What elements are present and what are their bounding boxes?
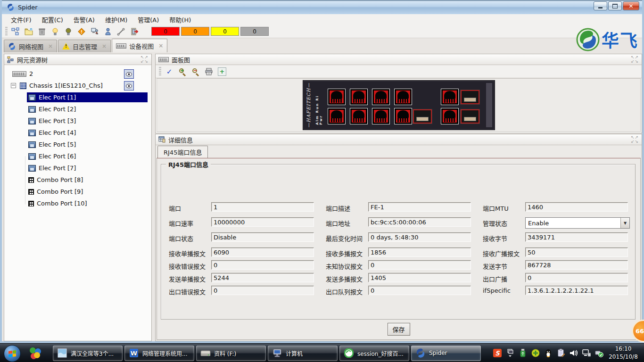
panel-resize-icon[interactable]: ↖↗↙↘ [631, 55, 639, 64]
alarm-cleared-count[interactable]: 0 [240, 27, 269, 36]
port-rj45-icon[interactable] [372, 108, 389, 124]
unknown-proto-field[interactable] [368, 260, 471, 270]
tree-node-port-6[interactable]: Elec Port [6] [4, 150, 151, 162]
eye-button[interactable] [124, 81, 134, 90]
volume-icon[interactable] [570, 349, 578, 357]
start-button[interactable] [4, 345, 21, 362]
port-desc-field[interactable] [368, 202, 471, 212]
tree-node-port-7[interactable]: Elec Port [7] [4, 162, 151, 174]
tree-node-port-3[interactable]: Elec Port [3] [4, 115, 151, 127]
tree-node-port-5[interactable]: Elec Port [5] [4, 139, 151, 150]
taskbar-button-drive-f[interactable]: 资料 (F:) [196, 346, 266, 361]
alarm-critical-count[interactable]: 0 [151, 27, 180, 36]
port-status-field[interactable] [211, 232, 314, 242]
menu-alarm[interactable]: 告警(A) [68, 14, 100, 25]
360-launcher-icon[interactable] [29, 347, 41, 359]
panel-resize-icon[interactable]: ↖↗↙↘ [140, 55, 149, 64]
maximize-button[interactable] [608, 1, 622, 10]
tab-rj45-info[interactable]: RJ45端口信息 [157, 146, 208, 158]
close-button[interactable]: ✕ [623, 1, 639, 10]
last-change-field[interactable] [368, 232, 471, 242]
tree-node-port-2[interactable]: Elec Port [2] [4, 103, 151, 115]
qq-icon[interactable] [544, 349, 553, 357]
alarm-diamond-icon[interactable]: ! [75, 26, 88, 37]
tab-device-view[interactable]: 设备视图 × [112, 39, 167, 52]
eye-button[interactable] [124, 69, 134, 79]
tree-node-port-9[interactable]: Combo Port [9] [4, 186, 151, 197]
taskbar-button-photos[interactable]: 满汉全席等3个... [53, 346, 123, 361]
menu-maintain[interactable]: 维护(M) [100, 14, 132, 25]
menu-config[interactable]: 配置(C) [37, 14, 68, 25]
admin-status-select[interactable]: Enable ▼ [525, 217, 630, 229]
zoom-out-icon[interactable]: − [190, 66, 202, 77]
menu-help[interactable]: 帮助(H) [164, 14, 196, 25]
out-queue-field[interactable] [368, 286, 471, 295]
tab-network-view[interactable]: 网络视图 × [4, 40, 57, 52]
port-rj45-icon[interactable] [328, 108, 345, 124]
taskbar-clock[interactable]: 16:10 2015/10/8 [605, 345, 641, 361]
taskbar-button-browser[interactable]: session_好搜百... [339, 346, 409, 361]
tree-node-port-4[interactable]: Elec Port [4] [4, 127, 151, 139]
topology-icon[interactable] [9, 26, 22, 37]
port-rj45-icon[interactable] [395, 89, 412, 105]
port-rj45-icon[interactable] [350, 108, 367, 124]
tx-bytes-field[interactable] [525, 260, 628, 270]
exit-icon[interactable] [128, 26, 140, 37]
save-button[interactable]: 保存 [388, 323, 410, 336]
port-sfp-icon[interactable] [461, 90, 479, 104]
port-sfp-icon[interactable] [413, 109, 432, 123]
port-mtu-field[interactable] [525, 202, 628, 212]
ime-toolbar-icon[interactable] [506, 349, 514, 357]
user-icon[interactable] [102, 26, 114, 37]
print-icon[interactable] [203, 66, 215, 77]
tab-close-icon[interactable]: × [48, 43, 53, 49]
tab-close-icon[interactable]: × [102, 43, 107, 49]
alarm-major-count[interactable]: 0 [181, 27, 209, 36]
port-speed-field[interactable] [211, 217, 314, 227]
tree-node-chassis[interactable]: Chassis 1[IES1210_Chs] [4, 80, 151, 91]
network-icon[interactable] [582, 349, 591, 357]
confirm-check-icon[interactable]: ✓ [163, 66, 175, 77]
tree-node-port-10[interactable]: Combo Port [10] [4, 197, 151, 209]
clipboard-icon[interactable] [557, 349, 565, 357]
collapse-icon[interactable] [11, 83, 16, 88]
out-error-field[interactable] [211, 286, 314, 295]
zoom-in-icon[interactable]: + [176, 66, 189, 77]
usb-storage-icon[interactable] [519, 349, 527, 357]
antivirus-icon[interactable] [531, 349, 540, 357]
device-manage-icon[interactable] [89, 26, 101, 37]
add-icon[interactable]: + [216, 66, 228, 77]
port-rj45-icon[interactable] [441, 89, 458, 105]
draw-line-icon[interactable] [115, 26, 127, 37]
port-mac-field[interactable] [368, 217, 471, 227]
new-folder-icon[interactable] [23, 26, 35, 37]
bulb-off-icon[interactable] [62, 26, 74, 37]
out-broadcast-field[interactable] [525, 273, 628, 282]
panel-resize-icon[interactable]: ↖↗↙↘ [631, 135, 639, 144]
tx-unicast-field[interactable] [211, 273, 314, 282]
taskbar-button-spider[interactable]: Spider [411, 346, 481, 361]
rx-multicast-field[interactable] [368, 247, 471, 257]
tree-node-port-8[interactable]: Combo Port [8] [4, 174, 151, 186]
port-rj45-icon[interactable] [328, 89, 345, 105]
bulb-on-icon[interactable] [49, 26, 61, 37]
ifspecific-field[interactable] [525, 286, 628, 295]
minimize-button[interactable] [594, 1, 607, 10]
rx-error-field[interactable] [211, 260, 314, 270]
alarm-minor-count[interactable]: 0 [211, 27, 239, 36]
taskbar-button-computer[interactable]: 计算机 [268, 346, 338, 361]
port-sfp-icon[interactable] [461, 109, 479, 123]
chevron-down-icon[interactable]: ▼ [620, 218, 629, 228]
tab-log-manage[interactable]: 日志管理 × [58, 40, 111, 52]
port-field[interactable] [211, 202, 314, 212]
usb-eject-icon[interactable] [595, 349, 603, 357]
taskbar-button-wps[interactable]: W 网络管理系统用... [124, 346, 194, 361]
port-rj45-icon[interactable] [441, 108, 458, 124]
menu-file[interactable]: 文件(F) [6, 14, 37, 25]
port-rj45-icon[interactable] [350, 89, 367, 105]
port-rj45-icon[interactable] [395, 108, 412, 124]
tree-node-port-1[interactable]: Elec Port [1] [4, 91, 151, 103]
port-rj45-icon[interactable] [372, 89, 389, 105]
tx-multicast-field[interactable] [368, 273, 471, 282]
rx-broadcast-field[interactable] [525, 247, 628, 257]
